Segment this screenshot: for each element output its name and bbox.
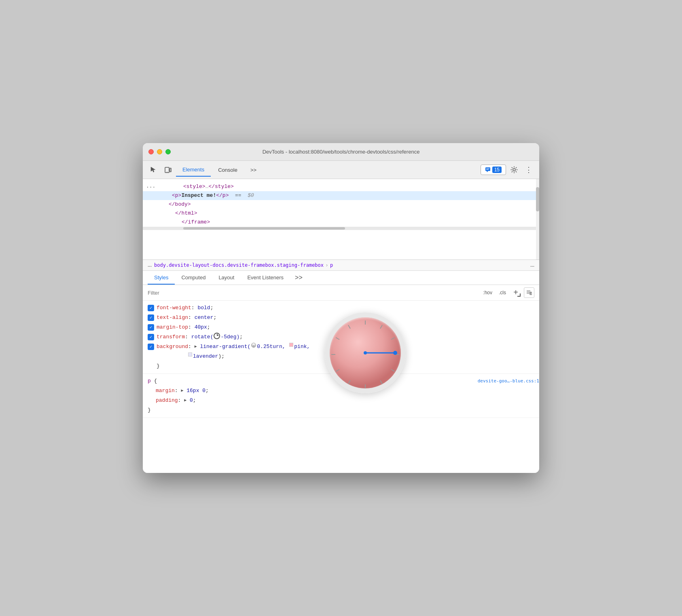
breadcrumb-body[interactable]: body.devsite-layout-docs.devsite-framebo… [154,262,324,268]
html-line-style: <style>…</style> [143,182,539,191]
html-panel: ... <style>…</style> <p>Inspect me!</p> … [143,179,539,260]
html-expand-dots[interactable]: ... [146,183,155,189]
p-content: Inspect me! [181,192,216,198]
device-toggle-button[interactable] [161,164,174,175]
clock-tick-10 [336,337,340,340]
p-tag-close: </p> [216,192,229,198]
maximize-button[interactable] [165,149,171,154]
minimize-button[interactable] [157,149,162,154]
window-title: DevTools - localhost:8080/web/tools/chro… [263,149,420,155]
settings-button[interactable] [508,164,521,175]
minute-hand [365,352,394,354]
cursor-icon [150,166,157,173]
checkbox-font-weight[interactable] [148,305,154,311]
styles-panel: Styles Computed Layout Event Listeners >… [143,271,539,473]
new-style-rule-button[interactable] [524,287,534,298]
tab-layout[interactable]: Layout [212,271,241,285]
toolbar: Elements Console >> 15 ⋮ [143,161,539,179]
more-options-icon: ⋮ [525,165,533,174]
svg-point-6 [513,169,515,171]
more-options-button[interactable]: ⋮ [522,164,535,175]
dollar-zero: $0 [248,192,254,198]
device-icon [164,166,172,173]
clock-tick-12 [365,321,366,325]
clock-face [325,312,406,393]
tab-computed[interactable]: Computed [175,271,212,285]
tab-event-listeners[interactable]: Event Listeners [241,271,290,285]
minute-hand-dot [393,351,397,355]
style-tag-open: <style> [183,184,205,190]
rotate-clock-icon [214,333,220,339]
clock-tick-4 [391,369,395,372]
close-button[interactable] [148,149,154,154]
checkbox-margin-top[interactable] [148,324,154,331]
source-ref[interactable]: devsite-goo…-blue.css:1 [478,377,539,385]
vertical-scrollbar[interactable] [536,179,539,259]
checkbox-background[interactable] [148,344,154,350]
html-line-body-close: </body> [143,200,539,209]
css-rule-block-2: p { devsite-goo…-blue.css:1 margin : ▶ 1… [143,374,539,418]
lavender-color-swatch[interactable] [188,352,192,357]
inspect-button[interactable] [147,164,160,175]
breadcrumb-bar: ... body.devsite-layout-docs.devsite-fra… [143,260,539,271]
svg-rect-1 [170,168,171,172]
notification-button[interactable]: 15 [481,165,506,175]
breadcrumb-more[interactable]: ... [530,262,534,268]
gradient-circle-icon [251,343,256,348]
add-style-button[interactable]: + [511,288,521,297]
hov-button[interactable]: :hov [481,289,494,296]
css-prop-font-weight: font-weight : bold ; [148,303,539,313]
filter-bar: :hov .cls + [143,285,539,301]
tab-styles[interactable]: Styles [148,271,175,285]
clock-tick-11 [348,325,351,329]
html-line-iframe-close: </iframe> [143,218,539,227]
css-prop-padding: padding : ▶ 0 ; [148,396,539,405]
gear-icon [510,166,518,173]
chat-icon [485,167,491,173]
svg-rect-3 [485,167,490,171]
clock-tick-2 [391,337,395,340]
clock-widget [325,312,406,393]
devtools-window: DevTools - localhost:8080/web/tools/chro… [143,143,539,473]
html-line-p[interactable]: <p>Inspect me!</p> == $0 [143,191,539,200]
add-icon-corner [517,293,521,297]
tab-more[interactable]: >> [245,165,262,175]
filter-actions: :hov .cls + [481,287,534,298]
notification-count: 15 [492,167,502,173]
html-line-html-close: </html> [143,209,539,218]
breadcrumb-p[interactable]: p [330,262,333,268]
clock-tick-6 [365,384,366,388]
clock-center-dot [364,351,367,354]
pink-color-swatch[interactable] [289,343,293,347]
css-p-closing-brace: } [148,405,539,415]
clock-tick-5 [380,380,383,384]
checkbox-text-align[interactable] [148,314,154,321]
clock-tick-7 [348,380,351,384]
style-tag-close: </style> [208,184,233,190]
clock-tick-1 [380,325,383,329]
svg-point-2 [167,172,167,173]
tab-elements[interactable]: Elements [176,163,211,177]
checkbox-transform[interactable] [148,334,154,340]
tab-console[interactable]: Console [212,165,243,175]
filter-input[interactable] [148,290,478,296]
tab-more-subtabs[interactable]: >> [292,271,306,285]
sub-tabs-bar: Styles Computed Layout Event Listeners >… [143,271,539,285]
style-rule-icon [526,290,532,295]
titlebar: DevTools - localhost:8080/web/tools/chro… [143,143,539,161]
clock-tick-9 [331,354,335,355]
breadcrumb-dots[interactable]: ... [148,262,152,268]
p-tag-open: <p> [172,192,181,198]
traffic-lights [148,149,171,154]
cls-button[interactable]: .cls [497,289,508,296]
vertical-scrollbar-thumb [536,187,539,211]
horizontal-scrollbar[interactable] [143,227,539,230]
breadcrumb-sep: › [326,262,328,268]
clock-tick-8 [336,369,340,372]
eq-sign: == [235,192,241,198]
horizontal-scrollbar-thumb [183,227,345,230]
